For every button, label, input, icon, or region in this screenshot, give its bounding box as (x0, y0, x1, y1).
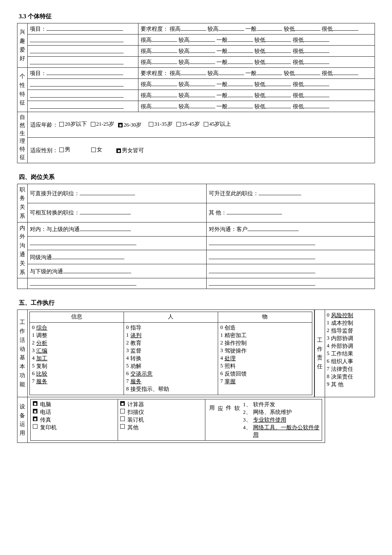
neiwai-row-1: 内外沟通关系 对内：与上级的沟通 对外沟通：客户 (17, 222, 375, 236)
age-option-5[interactable]: 35-45岁 (176, 121, 200, 128)
resp-5: 5工作结果 (327, 350, 373, 358)
work-activity-label: 工作活动基本功能 (17, 310, 28, 397)
gender-both[interactable]: ■男女皆可 (116, 147, 144, 154)
gender-female[interactable]: 女 (91, 146, 102, 153)
info-0: 0综合 (32, 324, 121, 332)
resp-9: 9其 他 (327, 381, 373, 388)
thing-7: 7掌握 (220, 378, 310, 385)
xingqu-req-3: 很高 较高 一般 较低 很低 (138, 46, 375, 57)
section-33-table: 兴趣爱好 项目： 要求程度： 很高 较高 一般 较低 很低 很高 较高 一般 较… (17, 23, 375, 163)
neiwai-row-5 (17, 278, 375, 289)
thing-0: 0创造 (220, 324, 310, 332)
gexing-row-3: 很高 较高 一般 较低 很低 (17, 90, 375, 101)
thing-1: 1精密加工 (220, 332, 310, 339)
xingqu-input-1[interactable] (46, 25, 123, 31)
people-5: 5劝解 (126, 363, 215, 370)
ziran-row: 自然生理特 征 适应年龄： 20岁以下 21-25岁 ■26-30岁 31-35… (17, 112, 375, 138)
section-4: 四、岗位关系 职务关系 可直接升迁的职位： 可升迁至此的职位： 可相互转换的职位… (17, 173, 375, 289)
work-activity-row: 工作活动基本功能 信息 人 物 0综合 1调整 2分析 3汇编 (17, 310, 375, 397)
gexing-row-1: 个性特征 项目： 要求程度： 很高 较高 一般 较低 很低 (17, 68, 375, 79)
xingqu-item-3 (28, 46, 138, 57)
gexing-req-1: 要求程度： 很高 较高 一般 较低 很低 (138, 68, 375, 79)
gexing-label: 个性特征 (17, 68, 28, 112)
comm-external: 对外沟通：客户 (206, 222, 375, 236)
neiwai-row-3: 同级沟通 (17, 250, 375, 264)
resp-3: 3内部协调 (327, 335, 373, 342)
neiwai-row-2 (17, 236, 375, 250)
activity-header-row: 信息 人 物 (30, 312, 312, 323)
equip-content: ■ 电脑 ■ 电话 ■ 传真 (28, 397, 325, 443)
sw-2: 2、网络、系统维护 (243, 409, 320, 416)
equip-label: 设备运用 (17, 397, 28, 443)
equip-other: 其他 (120, 424, 203, 431)
resp-7: 7法律责任 (327, 366, 373, 373)
sw-4: 4、网络工具、一般办公软件使用 (243, 424, 320, 439)
resp-4: 4外部协调 (327, 343, 373, 350)
info-items-col: 0综合 1调整 2分析 3汇编 4加工 5复制 6比较 7服务 (30, 323, 124, 395)
info-1: 1调整 (32, 332, 121, 339)
software-col: 软件应用 1、软件开发 2、网络、系统维护 3、专业软件使用 4、网络工具、一般… (205, 399, 322, 441)
gender-male[interactable]: 男 (59, 146, 70, 153)
work-resp-content: 0风险控制 1成本控制 2指导监督 3内部协调 4外部协调 5工作结果 6组织人… (325, 310, 375, 397)
info-3: 3汇编 (32, 347, 121, 355)
equip-phone: ■ 电话 (33, 409, 115, 416)
software-items: 1、软件开发 2、网络、系统维护 3、专业软件使用 4、网络工具、一般办公软件使… (243, 401, 320, 439)
people-8: 8接受指示、帮助 (126, 386, 215, 393)
zhiwu-row-1: 职务关系 可直接升迁的职位： 可升迁至此的职位： (17, 184, 375, 203)
gender-row-cell: 适应性别： 男 女 ■男女皆可 (28, 137, 375, 163)
activity-items-row: 0综合 1调整 2分析 3汇编 4加工 5复制 6比较 7服务 0指导 1谈判 (30, 323, 312, 395)
zhiwu-other: 其 他： (206, 203, 375, 222)
people-7: 7服务 (126, 378, 215, 385)
info-5: 5复制 (32, 363, 121, 370)
xingqu-req-2: 很高 较高 一般 较低 很低 (138, 35, 375, 46)
zhiwu-transfer: 可相互转换的职位： (28, 203, 207, 222)
ziran-label: 自然生理特 征 (17, 112, 28, 163)
neiwai-row-4: 与下级的沟通 (17, 264, 375, 278)
equip-calc: ■ 计算器 (120, 401, 203, 408)
section-4-table: 职务关系 可直接升迁的职位： 可升迁至此的职位： 可相互转换的职位： 其 他： … (17, 184, 375, 289)
comm-up: 对内：与上级的沟通 (28, 222, 207, 236)
xingqu-req-1: 要求程度： 很高 较高 一般 较低 很低 (138, 23, 375, 35)
activity-inner-table: 信息 人 物 0综合 1调整 2分析 3汇编 4加工 5复制 6比较 (29, 312, 312, 395)
people-items-col: 0指导 1谈判 2教育 3监督 4转换 5劝解 6交谈示意 7服务 8接受指示、… (124, 323, 218, 395)
age-option-1[interactable]: 20岁以下 (59, 121, 87, 128)
age-option-4[interactable]: 31-35岁 (149, 121, 172, 128)
thing-6: 6反馈回馈 (220, 370, 310, 378)
section-33: 3.3 个体特征 兴趣爱好 项目： 要求程度： 很高 较高 一般 较低 很低 很… (17, 13, 375, 163)
zhiwu-row-2: 可相互转换的职位： 其 他： (17, 203, 375, 222)
gexing-row-4: 很高 较高 一般 较低 很低 (17, 101, 375, 112)
gexing-item-1: 项目： (28, 68, 138, 79)
info-2: 2分析 (32, 340, 121, 347)
xingqu-item-2 (28, 35, 138, 46)
age-option-6[interactable]: 45岁以上 (204, 121, 231, 128)
equip-bind: 装订机 (120, 416, 203, 424)
work-resp-label: 工作责任 (314, 310, 325, 397)
age-option-3[interactable]: ■26-30岁 (118, 121, 141, 129)
xingqu-item-1: 项目： (28, 23, 138, 35)
xingqu-row-3: 很高 较高 一般 较低 很低 (17, 46, 375, 57)
thing-2: 2操作控制 (220, 340, 310, 347)
equip-copy: 复印机 (33, 424, 115, 431)
people-0: 0指导 (126, 324, 215, 332)
xingqu-req-4: 很高 较高 一般 较低 很低 (138, 57, 375, 68)
info-header: 信息 (30, 312, 124, 323)
work-activity-content: 信息 人 物 0综合 1调整 2分析 3汇编 4加工 5复制 6比较 (28, 310, 314, 397)
section-4-title: 四、岗位关系 (17, 173, 375, 181)
equip-fax: ■ 传真 (33, 416, 115, 424)
zhiwu-label: 职务关系 (17, 184, 28, 222)
people-3: 3监督 (126, 347, 215, 355)
age-option-2[interactable]: 21-25岁 (91, 121, 114, 128)
resp-1: 1成本控制 (327, 320, 373, 327)
people-6: 6交谈示意 (126, 370, 215, 378)
sw-3: 3、专业软件使用 (243, 416, 320, 424)
equip-mid-col: ■ 计算器 扫描仪 装订机 (118, 399, 205, 441)
thing-header: 物 (218, 312, 312, 323)
equip-row: 设备运用 ■ 电脑 ■ 电话 (17, 397, 375, 443)
resp-0: 0风险控制 (327, 312, 373, 319)
neiwai-label: 内外沟通关系 (17, 222, 28, 278)
resp-8: 8决策责任 (327, 373, 373, 381)
xingqu-label: 兴趣爱好 (17, 23, 28, 68)
thing-5: 5照料 (220, 363, 310, 370)
thing-items-col: 0创造 1精密加工 2操作控制 3驾驶操作 4处理 5照料 6反馈回馈 7掌握 (218, 323, 312, 395)
xingqu-row-1: 兴趣爱好 项目： 要求程度： 很高 较高 一般 较低 很低 (17, 23, 375, 35)
